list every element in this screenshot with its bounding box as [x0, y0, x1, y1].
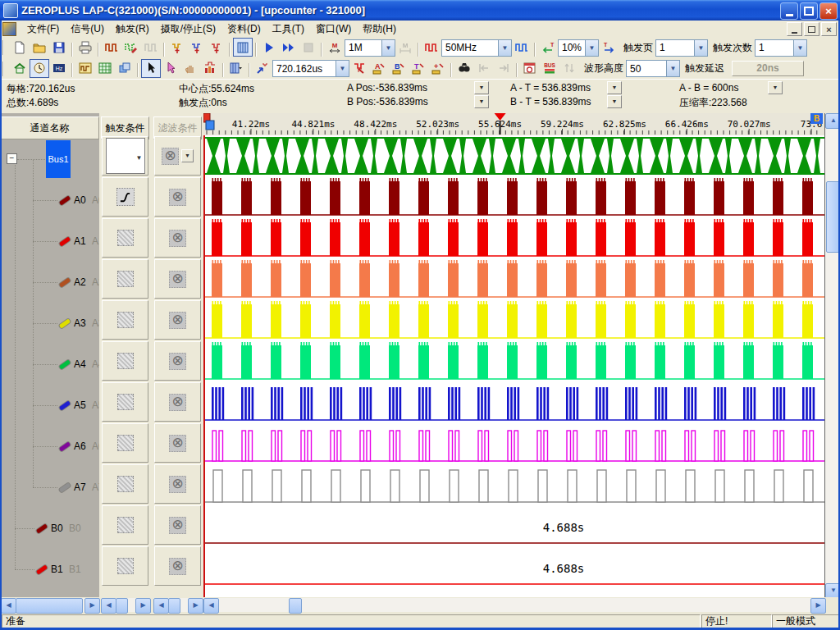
- wave-height-combo[interactable]: 50 ▼: [626, 60, 680, 77]
- channel-row-a6[interactable]: A6A6: [0, 426, 99, 467]
- statistics-button[interactable]: [200, 59, 220, 78]
- waveform-a0[interactable]: [205, 176, 824, 217]
- title-bar[interactable]: ZEROPLUS LAP-C(321000)(S/N:00000000001) …: [0, 0, 840, 21]
- channel-row-a5[interactable]: A5A5: [0, 385, 99, 426]
- waveform-hscrollbar[interactable]: ◀ ▶: [203, 598, 824, 612]
- filter-off-icon[interactable]: ⊗: [169, 435, 186, 452]
- waveform-b0[interactable]: 4.688s: [205, 504, 824, 546]
- run-button[interactable]: [259, 38, 279, 57]
- chevron-down-icon[interactable]: ▼: [381, 40, 395, 56]
- dont-care-trigger-icon[interactable]: [117, 435, 134, 451]
- filter-off-icon[interactable]: ⊗: [169, 312, 186, 329]
- filter-off-icon[interactable]: ⊗: [169, 189, 186, 206]
- trigger-pos-goto-button[interactable]: T: [599, 38, 619, 57]
- rising-edge-trigger-icon[interactable]: [116, 188, 135, 206]
- hscroll-thumb[interactable]: [289, 598, 302, 614]
- chevron-down-icon[interactable]: ▼: [585, 40, 598, 56]
- menu-file[interactable]: 文件(F): [21, 21, 65, 38]
- waveform-a6[interactable]: [205, 422, 824, 463]
- open-file-button[interactable]: [30, 38, 49, 57]
- save-button[interactable]: [49, 38, 69, 57]
- dont-care-trigger-icon[interactable]: [117, 271, 134, 287]
- channel-row-b1[interactable]: B1B1: [0, 549, 99, 590]
- filter-off-icon[interactable]: ⊗: [169, 230, 186, 247]
- scroll-right-icon[interactable]: ▶: [84, 598, 100, 614]
- chevron-down-icon[interactable]: ▼: [666, 61, 679, 76]
- hscroll-thumb[interactable]: [168, 598, 180, 614]
- filter-cell-b0[interactable]: ⊗: [153, 504, 202, 546]
- close-button[interactable]: ×: [819, 2, 838, 20]
- a-t-dropdown[interactable]: ▼: [607, 81, 622, 94]
- waveform-a1[interactable]: [205, 217, 824, 258]
- waveform-a3[interactable]: [205, 299, 824, 340]
- filter-cell-a0[interactable]: ⊗: [153, 176, 202, 217]
- wave-mode-dropdown-button[interactable]: [226, 59, 246, 78]
- channel-row-a1[interactable]: A1A1: [0, 221, 99, 262]
- chevron-down-icon[interactable]: ▼: [793, 40, 806, 56]
- bus-trigger-button[interactable]: [167, 38, 187, 57]
- b-pos-dropdown[interactable]: ▼: [474, 95, 489, 108]
- waveform-bus1[interactable]: [205, 135, 824, 176]
- filter-cell-a2[interactable]: ⊗: [153, 258, 202, 299]
- filter-cell-a6[interactable]: ⊗: [153, 422, 202, 463]
- trigger-cell-a3[interactable]: [101, 299, 149, 340]
- filter-cell-a4[interactable]: ⊗: [153, 340, 202, 381]
- trigger-hscrollbar[interactable]: ◀ ▶: [101, 598, 149, 612]
- scroll-right-icon[interactable]: ▶: [188, 598, 203, 614]
- channel-row-a4[interactable]: A4A4: [0, 344, 99, 385]
- channel-hscrollbar[interactable]: ◀ ▶: [1, 598, 98, 612]
- scroll-left-icon[interactable]: ◀: [203, 598, 219, 614]
- wave-window-button[interactable]: [75, 59, 95, 78]
- home-button[interactable]: [10, 59, 30, 78]
- trigger-cell-a7[interactable]: [101, 463, 149, 504]
- channel-row-a3[interactable]: A3A3: [0, 303, 99, 344]
- menu-help[interactable]: 帮助(H): [357, 21, 402, 38]
- trigger-cell-a4[interactable]: [101, 340, 149, 381]
- display-wave-button[interactable]: [512, 38, 532, 57]
- b-t-dropdown[interactable]: ▼: [607, 95, 622, 108]
- print-button[interactable]: [75, 38, 95, 57]
- child-close-button[interactable]: ×: [821, 22, 837, 36]
- waveform-a5[interactable]: [205, 381, 824, 422]
- filter-cell-bus1[interactable]: ⊗▼: [153, 135, 202, 176]
- scroll-left-icon[interactable]: ◀: [101, 598, 116, 614]
- new-file-button[interactable]: [10, 38, 30, 57]
- time-ruler[interactable]: 41.22ms44.821ms48.422ms52.023ms55.624ms5…: [203, 113, 824, 136]
- menu-acquire-stop[interactable]: 摄取/停止(S): [155, 21, 221, 38]
- menu-window[interactable]: 窗口(W): [310, 21, 357, 38]
- filter-off-icon[interactable]: ⊗: [169, 271, 186, 288]
- scroll-right-icon[interactable]: ▶: [810, 598, 826, 614]
- frequency-mode-button[interactable]: Hz: [49, 59, 69, 78]
- filter-off-icon[interactable]: ⊗: [169, 353, 186, 370]
- dont-care-trigger-icon[interactable]: [117, 558, 134, 574]
- hand-tool-button[interactable]: [180, 59, 200, 78]
- dont-care-trigger-icon[interactable]: [117, 394, 134, 410]
- a-pos-dropdown[interactable]: ▼: [474, 81, 489, 94]
- waveform-a7[interactable]: [205, 463, 824, 504]
- b-bar-button[interactable]: B: [389, 59, 409, 78]
- clock-mode-button[interactable]: [30, 59, 49, 78]
- trigger-count-combo[interactable]: 1 ▼: [755, 39, 807, 57]
- menu-tools[interactable]: 工具(T): [267, 21, 310, 38]
- select-tool-button[interactable]: [141, 59, 161, 78]
- trigger-page-combo[interactable]: 1 ▼: [655, 39, 708, 57]
- child-restore-button[interactable]: [804, 22, 819, 36]
- scroll-up-icon[interactable]: ▲: [825, 113, 840, 129]
- sample-rate-combo[interactable]: 50MHz ▼: [441, 39, 512, 57]
- filter-cell-a7[interactable]: ⊗: [153, 463, 202, 504]
- trigger-cell-bus1[interactable]: ▼: [101, 135, 149, 176]
- menu-trigger[interactable]: 触发(R): [110, 21, 155, 38]
- a-bar-button[interactable]: A: [369, 59, 389, 78]
- navigator-button[interactable]: [115, 59, 135, 78]
- filter-off-icon[interactable]: ⊗: [162, 148, 179, 165]
- trigger-cell-b0[interactable]: [101, 504, 149, 546]
- find-button[interactable]: [454, 59, 474, 78]
- vertical-scrollbar[interactable]: ▲ ▼: [825, 113, 840, 597]
- chevron-down-icon[interactable]: ▼: [181, 149, 194, 162]
- t-bar-button[interactable]: T: [409, 59, 428, 78]
- toolbar-grip[interactable]: [2, 40, 7, 55]
- add-bar-button[interactable]: +: [428, 59, 448, 78]
- trigger-cell-a2[interactable]: [101, 258, 149, 299]
- waveform-a2[interactable]: [205, 258, 824, 299]
- memory-depth-button[interactable]: M: [325, 38, 345, 57]
